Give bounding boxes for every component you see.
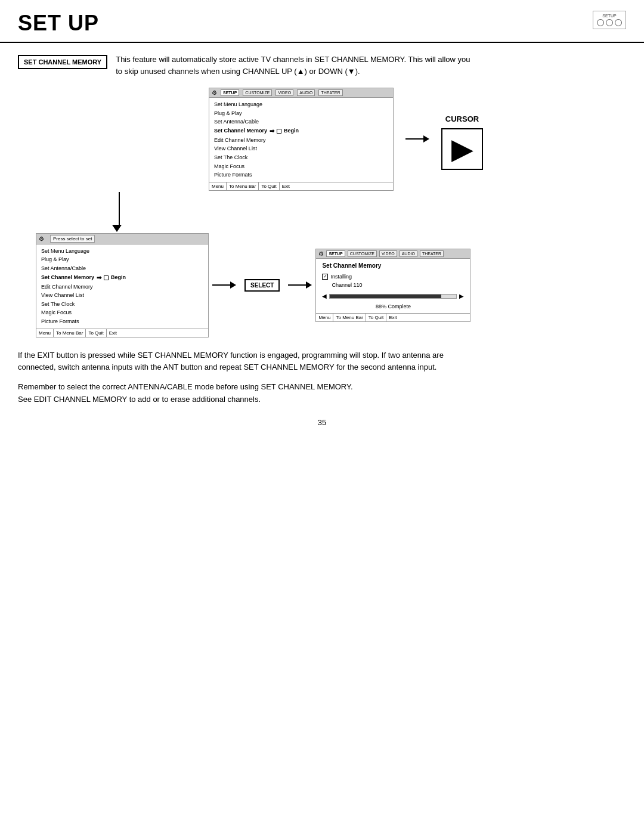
lower-menu-item-3: Set Antenna/Cable [41,264,203,273]
upper-menu-body: Set Menu Language Plug & Play Set Antenn… [209,98,393,182]
begin-label: Begin [284,127,299,135]
explanatory-paragraph-2: Remember to select the correct ANTENNA/C… [18,381,626,406]
inst-footer-menu: Menu [316,314,333,321]
inst-tab-setup: SETUP [326,250,345,257]
installing-body: Set Channel Memory ✓ Installing Channel … [316,259,470,313]
inst-tab-video: VIDEO [379,250,397,257]
upper-tv-menu: ⚙ SETUP CUSTOMIZE VIDEO AUDIO THEATER Se… [209,88,394,191]
installing-panel: ⚙ SETUP CUSTOMIZE VIDEO AUDIO THEATER Se… [315,249,470,322]
cursor-arrow-icon: ▶ [451,135,473,163]
upper-tv-topbar: ⚙ SETUP CUSTOMIZE VIDEO AUDIO THEATER [209,88,393,98]
menu-item-8: Magic Focus [214,162,388,171]
cursor-label: CURSOR [445,114,479,123]
bold-item-label: Set Channel Memory [214,127,267,135]
cursor-block: CURSOR ▶ [441,114,483,170]
inst-footer-quit: To Quit [366,314,386,321]
down-arrow-tip [112,225,122,232]
down-connect-wrapper [18,192,626,232]
icon-circle-1 [597,19,604,26]
cursor-arrow-box: ▶ [441,128,483,170]
arrow-to-select [212,281,236,289]
lower-begin-label: Begin [111,274,126,281]
upper-diagram-wrapper: ⚙ SETUP CUSTOMIZE VIDEO AUDIO THEATER Se… [18,88,626,191]
feature-description: This feature will automatically store ac… [116,54,470,77]
lower-small-square [104,275,109,280]
lower-left-topbar: ⚙ Press select to set [36,234,208,244]
lower-menu-item-7: Set The Clock [41,300,203,309]
progress-bar-container [329,294,457,299]
channel-text: Channel 110 [332,282,464,288]
tab-video: VIDEO [275,89,293,96]
para2-line2: See EDIT CHANNEL MEMORY to add or to era… [18,395,261,404]
select-box: SELECT [244,279,280,292]
footer-menubar: To Menu Bar [227,182,259,190]
installing-topbar-icon: ⚙ [318,250,324,257]
setup-icon-row [597,19,622,26]
inst-tab-customize: CUSTOMIZE [348,250,377,257]
menu-item-1: Set Menu Language [214,100,388,109]
lower-menu-item-5: Edit Channel Memory [41,283,203,292]
horiz-tip-2 [230,281,236,289]
lower-left-tv-menu: ⚙ Press select to set Set Menu Language … [36,233,209,337]
main-content: SET CHANNEL MEMORY This feature will aut… [0,54,644,406]
progress-row: ◀ ▶ [322,292,464,301]
horiz-line-3 [288,284,306,286]
explanatory-paragraph-1: If the EXIT button is pressed while SET … [18,349,626,374]
press-select-label: Press select to set [50,235,95,243]
menu-item-7: Set The Clock [214,153,388,162]
lower-topbar-icon: ⚙ [39,236,44,242]
feature-desc-line2: to skip unused channels when using CHANN… [116,66,470,78]
installing-row: ✓ Installing [322,274,464,280]
lower-footer-menu: Menu [36,329,54,337]
footer-exit: Exit [280,182,292,190]
lower-menu-item-9: Picture Formats [41,317,203,326]
installing-title: Set Channel Memory [322,262,464,269]
upper-flow-arrow [405,135,429,143]
tab-setup: SETUP [221,89,239,96]
progress-right-arrow: ▶ [459,293,464,299]
lower-footer-menubar: To Menu Bar [54,329,86,337]
lower-left-menu-body: Set Menu Language Plug & Play Set Antenn… [36,244,208,329]
down-connect [116,192,122,232]
topbar-icon: ⚙ [212,89,217,96]
footer-quit: To Quit [259,182,279,190]
inst-tab-audio: AUDIO [400,250,417,257]
installing-footer: Menu To Menu Bar To Quit Exit [316,313,470,321]
inst-footer-menubar: To Menu Bar [333,314,366,321]
arrow-from-select [288,281,312,289]
lower-menu-item-1: Set Menu Language [41,247,203,256]
horiz-tip-3 [306,281,312,289]
lower-menu-item-4: Set Channel Memory ➡ Begin [41,273,203,283]
lower-footer-quit: To Quit [86,329,106,337]
tab-customize: CUSTOMIZE [243,89,272,96]
down-connect-line [119,192,120,225]
upper-menu-footer: Menu To Menu Bar To Quit Exit [209,182,393,190]
horiz-line-2 [212,284,230,286]
lower-menu-item-8: Magic Focus [41,308,203,317]
lower-menu-arrow: ➡ [97,274,101,282]
feature-intro: SET CHANNEL MEMORY This feature will aut… [18,54,626,77]
lower-left-footer: Menu To Menu Bar To Quit Exit [36,329,208,337]
page-title: SET UP [18,11,99,36]
installing-topbar: ⚙ SETUP CUSTOMIZE VIDEO AUDIO THEATER [316,249,470,259]
inst-footer-exit: Exit [386,314,399,321]
lower-footer-exit: Exit [107,329,119,337]
feature-label: SET CHANNEL MEMORY [18,55,107,69]
horiz-line [405,138,423,140]
installing-text: Installing [330,274,352,280]
menu-item-6: View Channel List [214,144,388,153]
menu-item-3: Set Antenna/Cable [214,117,388,126]
tab-audio: AUDIO [297,89,315,96]
small-square [277,129,281,134]
icon-circle-3 [615,19,622,26]
page-header: SET UP SETUP [0,0,644,43]
footer-menu: Menu [209,182,227,190]
tab-theater: THEATER [318,89,342,96]
menu-item-2: Plug & Play [214,109,388,118]
diagram-area: ⚙ SETUP CUSTOMIZE VIDEO AUDIO THEATER Se… [18,88,626,337]
progress-left-arrow: ◀ [322,293,327,299]
lower-menu-item-6: View Channel List [41,291,203,300]
horiz-tip [423,135,429,143]
menu-arrow: ➡ [270,127,274,135]
para1-line1: If the EXIT button is pressed while SET … [18,351,444,360]
